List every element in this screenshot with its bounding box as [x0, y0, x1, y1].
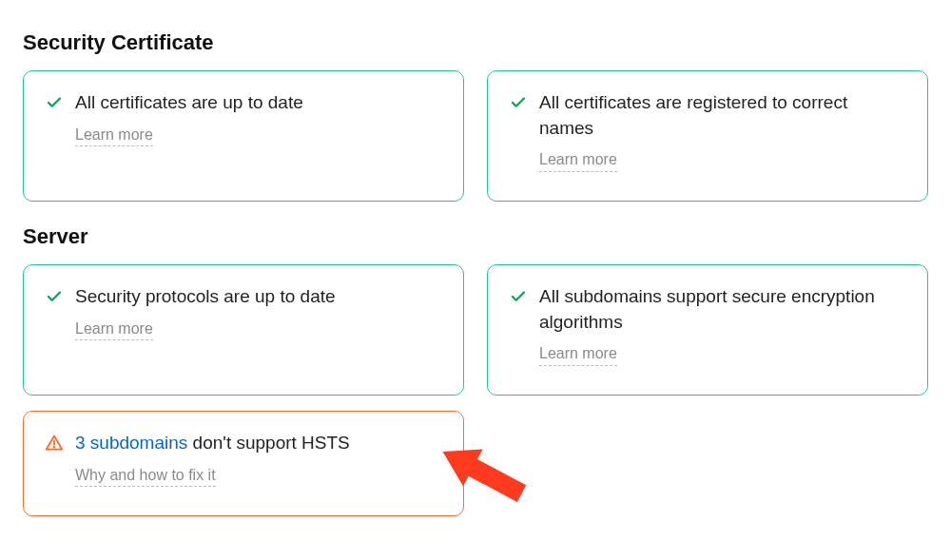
learn-more-link[interactable]: Learn more: [539, 150, 617, 172]
card-cert-registered-names: All certificates are registered to corre…: [487, 70, 928, 202]
learn-more-link[interactable]: Learn more: [539, 344, 617, 366]
check-icon: [509, 91, 528, 114]
subdomains-count-link[interactable]: 3 subdomains: [75, 433, 187, 453]
card-text: All certificates are registered to corre…: [539, 90, 906, 141]
learn-more-link[interactable]: Learn more: [75, 126, 153, 147]
svg-point-1: [54, 447, 55, 448]
server-row-1: Security protocols are up to date Learn …: [23, 264, 928, 396]
card-text: 3 subdomains don't support HSTS: [75, 431, 442, 456]
card-text-rest: don't support HSTS: [187, 433, 350, 453]
card-protocols-up-to-date: Security protocols are up to date Learn …: [23, 264, 464, 396]
check-icon: [45, 91, 64, 114]
server-row-2: 3 subdomains don't support HSTS Why and …: [23, 411, 928, 516]
learn-more-link[interactable]: Learn more: [75, 319, 153, 341]
security-certificate-row: All certificates are up to date Learn mo…: [23, 70, 928, 202]
page-root: Security Certificate All certificates ar…: [23, 30, 928, 516]
section-title-security-certificate: Security Certificate: [23, 30, 928, 55]
card-cert-up-to-date: All certificates are up to date Learn mo…: [23, 70, 464, 202]
section-title-server: Server: [23, 224, 928, 249]
card-subdomains-encryption: All subdomains support secure encryption…: [487, 264, 928, 396]
card-text: All certificates are up to date: [75, 90, 442, 116]
card-text: All subdomains support secure encryption…: [539, 284, 906, 335]
check-icon: [509, 285, 528, 308]
card-hsts-warning: 3 subdomains don't support HSTS Why and …: [23, 411, 464, 516]
warning-icon: [45, 432, 64, 454]
check-icon: [45, 285, 64, 308]
card-text: Security protocols are up to date: [75, 284, 442, 310]
why-fix-link[interactable]: Why and how to fix it: [75, 466, 216, 488]
